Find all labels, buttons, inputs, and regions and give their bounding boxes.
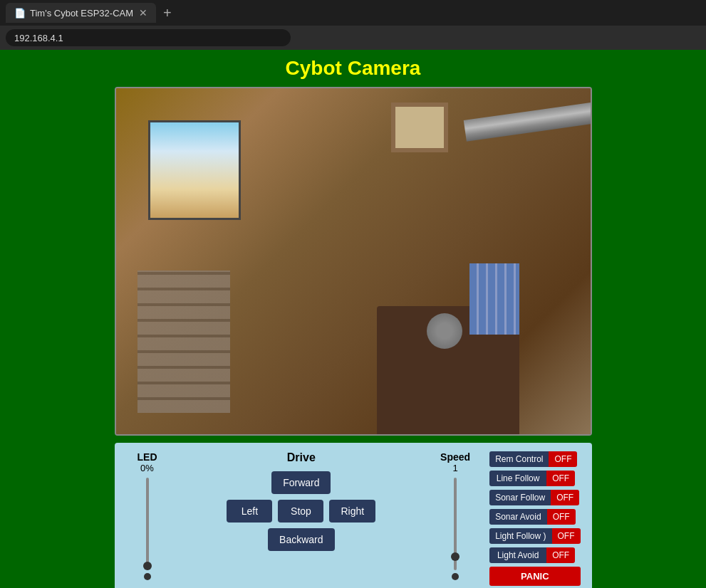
- speed-slider-track[interactable]: [454, 478, 457, 570]
- backward-button[interactable]: Backward: [268, 528, 334, 551]
- light-avoid-button[interactable]: Light Avoid: [489, 547, 546, 563]
- speed-slider-dot: [452, 573, 459, 580]
- status-row-rem-control: Rem Control OFF: [489, 451, 580, 467]
- speed-label: Speed: [440, 451, 470, 463]
- camera-feed: [116, 88, 591, 434]
- tab-close-button[interactable]: ✕: [139, 8, 147, 18]
- status-row-light-avoid: Light Avoid OFF: [489, 547, 580, 563]
- status-row-light-follow: Light Follow ) OFF: [489, 528, 580, 544]
- camera-feed-container: [115, 87, 592, 436]
- right-button[interactable]: Right: [329, 500, 375, 523]
- rem-control-off-button[interactable]: OFF: [549, 451, 577, 467]
- address-bar-row: [0, 26, 706, 50]
- sonar-follow-button[interactable]: Sonar Follow: [489, 490, 551, 505]
- led-slider-track[interactable]: [146, 478, 149, 570]
- new-tab-button[interactable]: +: [159, 5, 176, 21]
- browser-chrome: 📄 Tim's Cybot ESP32-CAM ✕ +: [0, 0, 706, 50]
- panic-button[interactable]: PANIC: [489, 567, 580, 586]
- camera-shelves: [137, 271, 230, 413]
- camera-clock: [427, 313, 462, 349]
- status-row-sonar-avoid: Sonar Avoid OFF: [489, 509, 580, 525]
- status-section: Rem Control OFF Line Follow OFF Sonar Fo…: [489, 451, 580, 586]
- camera-window-view: [148, 120, 241, 220]
- rem-control-button[interactable]: Rem Control: [489, 451, 549, 467]
- line-follow-off-button[interactable]: OFF: [546, 471, 575, 486]
- speed-section: Speed 1: [434, 451, 477, 580]
- left-button[interactable]: Left: [227, 500, 272, 523]
- active-tab[interactable]: 📄 Tim's Cybot ESP32-CAM ✕: [6, 3, 156, 23]
- control-panel: LED 0% Drive Forward Left Stop Right Bac…: [115, 443, 592, 588]
- light-avoid-off-button[interactable]: OFF: [546, 547, 575, 563]
- page-content: Cybot Camera LED 0% Drive Forward: [0, 50, 706, 588]
- tab-bar: 📄 Tim's Cybot ESP32-CAM ✕ +: [0, 0, 706, 26]
- led-slider-handle[interactable]: [143, 562, 152, 570]
- camera-picture-frame: [391, 103, 448, 152]
- speed-value: 1: [453, 463, 458, 473]
- tab-page-icon: 📄: [14, 8, 24, 18]
- speed-slider-handle[interactable]: [451, 552, 460, 561]
- line-follow-button[interactable]: Line Follow: [489, 471, 546, 486]
- sonar-avoid-off-button[interactable]: OFF: [547, 509, 576, 525]
- page-title: Cybot Camera: [0, 57, 706, 80]
- drive-section: Drive Forward Left Stop Right Backward: [176, 451, 427, 551]
- drive-label: Drive: [287, 451, 316, 464]
- led-label: LED: [137, 451, 157, 463]
- status-row-sonar-follow: Sonar Follow OFF: [489, 490, 580, 505]
- led-slider-dot: [144, 573, 151, 580]
- tab-title: Tim's Cybot ESP32-CAM: [30, 8, 133, 19]
- drive-buttons: Forward Left Stop Right Backward: [227, 471, 375, 551]
- sonar-avoid-button[interactable]: Sonar Avoid: [489, 509, 547, 525]
- light-follow-button[interactable]: Light Follow ): [489, 528, 551, 544]
- led-percent: 0%: [140, 463, 154, 473]
- camera-books: [469, 263, 519, 335]
- stop-button[interactable]: Stop: [278, 500, 323, 523]
- forward-button[interactable]: Forward: [271, 471, 331, 494]
- drive-middle-row: Left Stop Right: [227, 500, 375, 523]
- address-bar-input[interactable]: [6, 29, 291, 46]
- status-row-line-follow: Line Follow OFF: [489, 471, 580, 486]
- sonar-follow-off-button[interactable]: OFF: [551, 490, 579, 505]
- light-follow-off-button[interactable]: OFF: [552, 528, 581, 544]
- camera-pipe: [463, 103, 591, 142]
- led-section: LED 0%: [126, 451, 169, 580]
